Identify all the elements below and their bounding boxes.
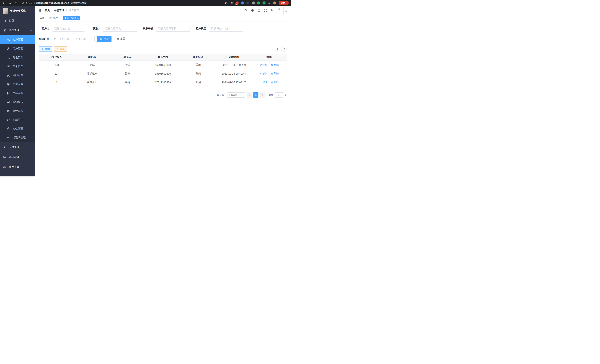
sidebar-group-pay[interactable]: 支付管理 bbox=[0, 142, 35, 152]
tenant-table: 租户编号 租户名 联系人 联系手机 租户状态 创建时间 操作 108 测试 测试 bbox=[39, 54, 287, 87]
user-avatar bbox=[277, 7, 284, 14]
tenant-name-input[interactable] bbox=[52, 26, 85, 32]
search-icon bbox=[276, 48, 279, 50]
cell-created: 2021-01-05 17:03:47 bbox=[216, 78, 251, 87]
chevron-down-icon bbox=[30, 166, 32, 168]
sms-shield-icon bbox=[7, 127, 10, 130]
extension-icon-gray[interactable] bbox=[252, 1, 255, 4]
refresh-icon bbox=[117, 38, 119, 40]
browser-back-icon[interactable] bbox=[2, 1, 5, 4]
search-icon[interactable] bbox=[244, 9, 248, 12]
goto-page-input[interactable] bbox=[275, 92, 283, 98]
cell-status: 开启 bbox=[180, 78, 216, 87]
page-content: 租户名 联系人 联系手机 租户状态 bbox=[35, 21, 291, 177]
breadcrumb-item-home[interactable]: 首页 bbox=[45, 9, 50, 12]
prev-page-button[interactable] bbox=[247, 92, 252, 98]
sidebar-item-audit-log[interactable]: 审计日志 bbox=[0, 106, 35, 115]
delete-link[interactable]: 删除 bbox=[271, 81, 279, 84]
security-label: 不安全 bbox=[25, 1, 33, 5]
logo[interactable]: 芋道管理系统 bbox=[0, 6, 35, 16]
sidebar-item-label: 角色管理 bbox=[13, 56, 23, 59]
browser-profile-avatar[interactable] bbox=[273, 1, 276, 4]
phone-input[interactable] bbox=[156, 26, 191, 32]
sidebar-group-infra[interactable]: 基础设施 bbox=[0, 152, 35, 162]
extension-icon-dark[interactable] bbox=[246, 1, 249, 4]
status-select[interactable] bbox=[209, 26, 243, 32]
date-range-picker[interactable]: - bbox=[52, 36, 95, 42]
page-number-button[interactable]: 1 bbox=[253, 92, 258, 98]
tab-tenant[interactable]: 租户管理 × bbox=[63, 16, 81, 20]
sidebar-item-online-user[interactable]: 在线用户 bbox=[0, 115, 35, 124]
next-page-button[interactable] bbox=[260, 92, 265, 98]
sidebar-item-sms[interactable]: 短信管理 bbox=[0, 124, 35, 133]
tab-close-icon[interactable]: × bbox=[77, 17, 79, 19]
breadcrumb-item-system[interactable]: 系统管理 bbox=[54, 9, 64, 12]
github-icon[interactable] bbox=[251, 9, 254, 12]
page-size-select[interactable]: 10条/页 bbox=[227, 92, 245, 98]
sidebar-item-menu[interactable]: 菜单管理 bbox=[0, 62, 35, 71]
end-date-input[interactable] bbox=[74, 37, 87, 40]
sidebar-item-notice[interactable]: 通知公告 bbox=[0, 98, 35, 106]
chevron-down-icon bbox=[239, 28, 242, 30]
sidebar-item-dict[interactable]: 字典管理 bbox=[0, 89, 35, 98]
browser-reload-icon[interactable] bbox=[8, 1, 11, 4]
sidebar-item-home[interactable]: 首页 bbox=[0, 16, 35, 25]
add-button[interactable]: 新增 bbox=[39, 46, 52, 52]
search-button[interactable]: 搜索 bbox=[97, 36, 112, 42]
edit-icon bbox=[260, 72, 262, 75]
fullscreen-icon[interactable] bbox=[264, 9, 267, 12]
browser-menu-icon[interactable] bbox=[286, 2, 288, 4]
security-indicator[interactable]: 不安全 bbox=[22, 1, 33, 5]
sidebar-item-role[interactable]: 角色管理 bbox=[0, 53, 35, 62]
dict-book-icon bbox=[7, 92, 10, 95]
help-icon[interactable] bbox=[257, 9, 261, 12]
chevron-left-icon bbox=[248, 94, 251, 96]
cell-created: 2021-12-14 21:02:09 bbox=[216, 60, 251, 69]
sidebar-item-tenant[interactable]: 租户管理 bbox=[0, 35, 35, 44]
user-icon bbox=[7, 47, 10, 50]
sidebar-collapse-icon[interactable] bbox=[38, 9, 42, 12]
extension-icon-red[interactable]: 10 bbox=[236, 1, 239, 4]
bookmark-star-icon[interactable] bbox=[230, 1, 233, 4]
column-header: 操作 bbox=[251, 54, 287, 60]
browser-update-button[interactable]: 更新 bbox=[279, 1, 289, 5]
sidebar-item-post[interactable]: 岗位管理 bbox=[0, 80, 35, 89]
edit-link[interactable]: 修改 bbox=[260, 81, 267, 84]
tab-home[interactable]: 首页 bbox=[38, 16, 46, 20]
edit-link[interactable]: 修改 bbox=[260, 63, 267, 66]
chevron-up-icon bbox=[30, 29, 32, 31]
cell-tenant-name: 芋道源码 bbox=[75, 78, 110, 87]
export-button[interactable]: 导出 bbox=[54, 46, 67, 52]
font-size-icon[interactable] bbox=[270, 9, 274, 12]
refresh-table-button[interactable] bbox=[282, 47, 287, 52]
page-unit-label: 页 bbox=[284, 93, 287, 97]
start-date-input[interactable] bbox=[57, 37, 71, 40]
user-avatar-menu[interactable] bbox=[277, 7, 288, 14]
tab-dept[interactable]: 部门管理 × bbox=[47, 16, 62, 20]
tab-close-icon[interactable]: × bbox=[59, 17, 60, 19]
sidebar-item-dept[interactable]: 部门管理 bbox=[0, 71, 35, 80]
edit-link[interactable]: 修改 bbox=[260, 72, 267, 75]
browser-home-icon[interactable] bbox=[14, 1, 18, 4]
cell-tenant-id: 1 bbox=[39, 78, 75, 87]
share-icon[interactable] bbox=[225, 1, 228, 4]
delete-link[interactable]: 删除 bbox=[271, 63, 279, 66]
post-badge-icon bbox=[7, 83, 10, 86]
sidebar-item-label: 岗位管理 bbox=[13, 83, 23, 86]
sidebar-item-error-code[interactable]: 错误码管理 bbox=[0, 133, 35, 142]
extension-icon-green-square[interactable] bbox=[262, 1, 265, 4]
extension-icon-blue[interactable] bbox=[241, 1, 244, 4]
contact-input[interactable] bbox=[103, 26, 138, 32]
sidebar-group-devtool[interactable]: 研发工具 bbox=[0, 162, 35, 172]
extensions-puzzle-icon[interactable] bbox=[268, 1, 271, 4]
sidebar-group-system[interactable]: 系统管理 bbox=[0, 25, 35, 35]
address-bar[interactable]: 不安全 dashboard.yudao.iocoder.cn/system/te… bbox=[22, 1, 86, 5]
breadcrumb: 首页 / 系统管理 / 租户管理 bbox=[45, 9, 79, 12]
extension-icon-green[interactable] bbox=[257, 1, 260, 4]
delete-link[interactable]: 删除 bbox=[271, 72, 279, 75]
reset-button[interactable]: 重置 bbox=[114, 36, 128, 42]
column-header: 联系人 bbox=[110, 54, 145, 60]
sidebar-item-user[interactable]: 用户管理 bbox=[0, 44, 35, 53]
sidebar-group-label: 支付管理 bbox=[9, 145, 19, 149]
toggle-search-button[interactable] bbox=[275, 47, 280, 52]
